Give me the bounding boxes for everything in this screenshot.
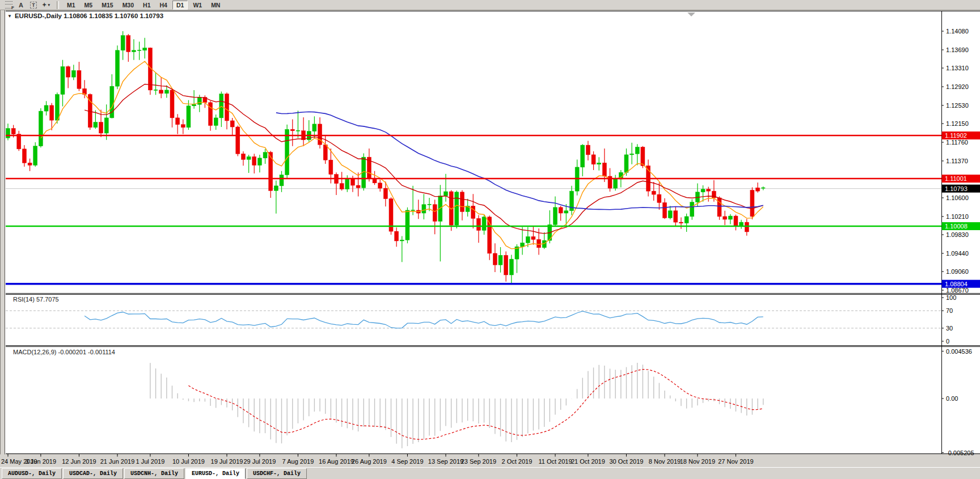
date-axis-label: 10 Jul 2019 <box>172 458 205 465</box>
date-axis-label: 2 Oct 2019 <box>502 458 533 465</box>
price-tag-1.08804[interactable]: 1.08804 <box>942 280 980 288</box>
price-axis-label: 1.12920 <box>946 83 969 90</box>
svg-text:1.08804: 1.08804 <box>945 281 968 287</box>
price-axis-label: 1.13310 <box>946 65 969 71</box>
rsi-axis-label: 100 <box>946 294 956 301</box>
price-axis-label: 1.11370 <box>946 158 968 164</box>
svg-text:1.10793: 1.10793 <box>945 185 968 192</box>
date-axis-label: 12 Jun 2019 <box>62 458 96 465</box>
toolbar-separator <box>57 1 59 9</box>
svg-text:1.11001: 1.11001 <box>945 175 967 182</box>
toolbar: FAT✦▾M1M5M15M30H1H4D1W1MN <box>0 0 980 10</box>
date-axis-label: 1 Jul 2019 <box>136 458 165 465</box>
price-tag-1.10008[interactable]: 1.10008 <box>942 222 980 230</box>
rsi-indicator-label: RSI(14) 57.7075 <box>13 296 59 303</box>
macd-axis-label: 0.004536 <box>946 348 972 355</box>
rsi-axis-label: 70 <box>946 307 953 314</box>
date-axis-label: 21 Jun 2019 <box>100 458 135 465</box>
symbol-tab-usdcad[interactable]: USDCAD-, Daily <box>63 468 123 479</box>
symbol-tab-bar: AUDUSD-, Daily USDCAD-, Daily USDCNH-, D… <box>0 467 980 479</box>
date-axis-label: 11 Oct 2019 <box>538 458 572 465</box>
price-axis-label: 1.10210 <box>946 213 969 220</box>
timeframe-button-mn[interactable]: MN <box>207 1 224 10</box>
date-axis-label: 3 Jun 2019 <box>26 458 56 465</box>
date-axis-label: 16 Aug 2019 <box>319 458 354 465</box>
chart-title-text: EURUSD-,Daily 1.10806 1.10835 1.10760 1.… <box>15 12 163 19</box>
timeframe-button-m30[interactable]: M30 <box>119 1 138 10</box>
macd-indicator-label: MACD(12,26,9) -0.000201 -0.001114 <box>13 349 115 355</box>
timeframe-button-h4[interactable]: H4 <box>156 1 171 10</box>
price-axis-label: 1.09440 <box>946 250 969 257</box>
symbol-tab-eurusd[interactable]: EURUSD-, Daily <box>185 468 246 479</box>
date-axis-label: 23 Sep 2019 <box>461 458 496 465</box>
timeframe-button-h1[interactable]: H1 <box>139 1 154 10</box>
chart-canvas[interactable]: 1.140801.136901.133101.129201.125301.121… <box>0 10 980 467</box>
macd-axis-label: 0.00 <box>946 395 958 402</box>
price-axis-label: 1.09060 <box>946 268 969 275</box>
rsi-axis-label: 0 <box>946 338 949 345</box>
fibonacci-icon[interactable]: F <box>3 1 14 9</box>
date-axis-label: 30 Oct 2019 <box>609 458 643 465</box>
symbol-tab-usdcnh[interactable]: USDCNH-, Daily <box>124 468 184 479</box>
macd-axis-label: -0.005205 <box>946 450 974 456</box>
timeframe-button-d1[interactable]: D1 <box>172 1 188 10</box>
timeframe-button-w1[interactable]: W1 <box>189 1 206 10</box>
text-label-icon[interactable]: T <box>28 1 39 9</box>
date-axis-label: 8 Nov 2019 <box>649 458 681 465</box>
date-axis-label: 7 Aug 2019 <box>282 458 314 465</box>
price-axis-label: 1.14080 <box>946 28 969 35</box>
price-tag-1.11902[interactable]: 1.11902 <box>942 132 980 139</box>
date-axis-label: 19 Jul 2019 <box>211 458 243 465</box>
symbol-tab-usdchf[interactable]: USDCHF-, Daily <box>247 468 307 479</box>
chart-dropdown-icon[interactable]: ▼ <box>7 14 12 19</box>
date-axis-label: 29 Jul 2019 <box>243 458 276 465</box>
timeframe-button-m1[interactable]: M1 <box>63 1 79 10</box>
text-icon[interactable]: A <box>16 1 26 9</box>
chart-window: ▼EURUSD-,Daily 1.10806 1.10835 1.10760 1… <box>0 10 980 467</box>
price-axis-label: 1.12150 <box>946 120 969 127</box>
date-axis-label: 18 Nov 2019 <box>680 458 715 465</box>
price-axis-label: 1.10600 <box>946 194 969 201</box>
rsi-axis-label: 30 <box>946 325 953 332</box>
svg-text:1.11902: 1.11902 <box>945 132 967 139</box>
date-axis-label: 26 Aug 2019 <box>352 458 387 465</box>
date-axis-label: 4 Sep 2019 <box>391 458 423 465</box>
arrows-icon[interactable]: ✦▾ <box>41 1 51 9</box>
price-axis-label: 1.11760 <box>946 139 968 146</box>
timeframe-button-m5[interactable]: M5 <box>81 1 97 10</box>
svg-text:1.10008: 1.10008 <box>945 223 968 230</box>
date-axis-label: 21 Oct 2019 <box>571 458 605 465</box>
symbol-tab-audusd[interactable]: AUDUSD-, Daily <box>2 468 62 479</box>
date-axis-label: 13 Sep 2019 <box>428 458 463 465</box>
dropdown-caret-icon: ▾ <box>48 3 50 7</box>
date-axis-label: 27 Nov 2019 <box>718 458 753 465</box>
price-axis-label: 1.08670 <box>946 287 969 294</box>
price-tag-1.10793[interactable]: 1.10793 <box>942 185 980 193</box>
timeframe-button-m15[interactable]: M15 <box>98 1 117 10</box>
price-axis-label: 1.12530 <box>946 102 969 109</box>
price-tag-1.11001[interactable]: 1.11001 <box>942 175 980 183</box>
price-axis-label: 1.09830 <box>946 231 969 238</box>
price-axis-label: 1.13690 <box>946 46 969 53</box>
chart-title: ▼EURUSD-,Daily 1.10806 1.10835 1.10760 1… <box>7 12 163 19</box>
